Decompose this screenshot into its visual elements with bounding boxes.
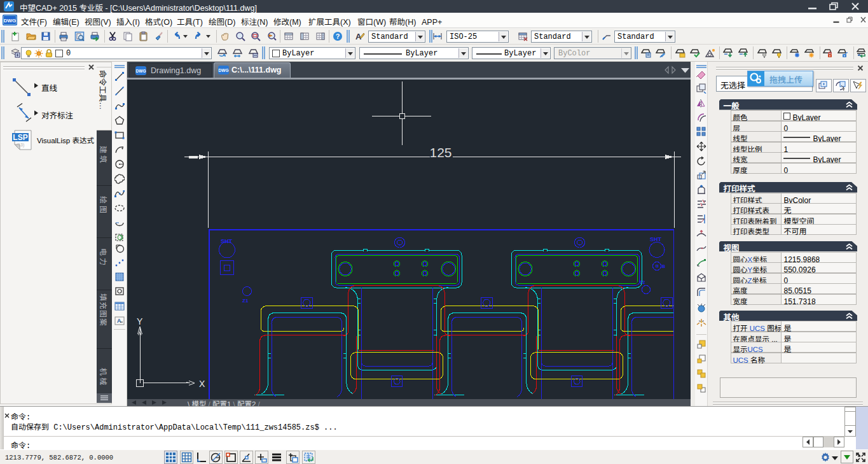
svg-text:DWG: DWG <box>4 18 17 24</box>
svg-text:T2: T2 <box>639 279 645 285</box>
svg-text:Z1: Z1 <box>242 298 249 304</box>
svg-text:?: ? <box>336 32 340 40</box>
svg-text:(13): (13) <box>17 143 24 148</box>
svg-text:SHT: SHT <box>221 238 233 244</box>
svg-text:X: X <box>199 379 205 389</box>
svg-text:125: 125 <box>429 145 451 160</box>
svg-text:LSP: LSP <box>13 133 27 142</box>
svg-text:DWG: DWG <box>219 68 229 73</box>
svg-text:B: B <box>662 264 665 269</box>
svg-text:DWG: DWG <box>136 69 146 73</box>
svg-text:Y: Y <box>137 316 143 327</box>
svg-text:A: A <box>117 318 121 324</box>
svg-text:SHT: SHT <box>650 236 662 243</box>
